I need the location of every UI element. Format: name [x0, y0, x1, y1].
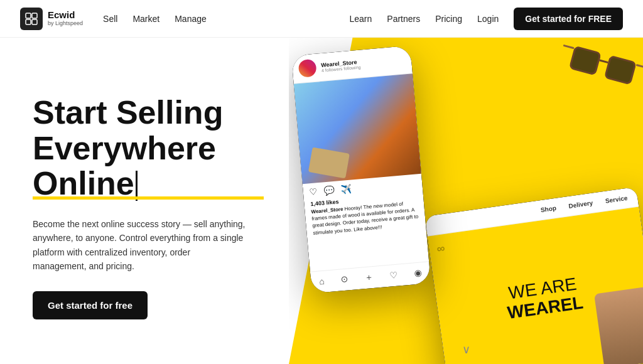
hero-title-line2: Everywhere Online: [33, 131, 264, 201]
svg-rect-2: [26, 19, 31, 24]
logo-text: Ecwid by Lightspeed: [48, 10, 83, 26]
like-icon[interactable]: ♡: [309, 186, 318, 197]
nav-manage[interactable]: Manage: [175, 14, 207, 24]
logo[interactable]: Ecwid by Lightspeed: [20, 8, 83, 30]
phone-screen: Wearel_Store 4 followers following ♡ 💬 ✈…: [291, 45, 431, 293]
add-icon[interactable]: ＋: [364, 272, 374, 284]
tablet-brand-title: WE ARE WEAREL: [504, 274, 585, 323]
logo-brand: Ecwid: [48, 10, 83, 21]
tablet-mockup: Shop Delivery Service ∞ WE ARE WEAREL: [424, 187, 643, 364]
nav-market[interactable]: Market: [132, 14, 159, 24]
phone-mockup: Wearel_Store 4 followers following ♡ 💬 ✈…: [291, 45, 431, 293]
hero-left: Start Selling Everywhere Online Become t…: [0, 38, 289, 364]
header: Ecwid by Lightspeed Sell Market Manage L…: [0, 0, 643, 38]
sunglass-lens-right: [604, 55, 637, 85]
hero-title: Start Selling Everywhere Online: [33, 95, 264, 201]
comment-icon[interactable]: 💬: [323, 185, 335, 196]
nav-learn[interactable]: Learn: [350, 14, 372, 24]
sunglass-lens-left: [569, 46, 602, 76]
left-nav: Sell Market Manage: [103, 14, 207, 24]
nav-login[interactable]: Login: [477, 14, 499, 24]
tablet-nav-shop[interactable]: Shop: [540, 205, 556, 213]
instagram-info: Wearel_Store 4 followers following: [321, 58, 361, 72]
tablet-nav-service[interactable]: Service: [605, 195, 628, 205]
tablet-screen: Shop Delivery Service ∞ WE ARE WEAREL: [424, 187, 643, 364]
hero-title-line1: Start Selling: [33, 94, 223, 131]
sunglass-bridge: [599, 60, 608, 64]
profile-icon[interactable]: ◉: [414, 267, 423, 279]
header-left: Ecwid by Lightspeed Sell Market Manage: [20, 8, 207, 30]
tablet-nav-delivery[interactable]: Delivery: [568, 200, 593, 210]
home-icon[interactable]: ⌂: [319, 276, 325, 288]
svg-rect-3: [32, 19, 37, 24]
caption-text: Hooray! The new model of frames made of …: [311, 201, 418, 235]
logo-icon: [20, 8, 43, 30]
search-nav-icon[interactable]: ⊙: [340, 274, 349, 286]
right-nav: Learn Partners Pricing Login: [350, 14, 499, 24]
hero-cta-button[interactable]: Get started for free: [33, 291, 148, 319]
hero-description: Become the next online success story — s…: [33, 217, 246, 274]
tablet-logo-icon: ∞: [436, 242, 446, 256]
svg-rect-0: [26, 13, 31, 18]
logo-sub: by Lightspeed: [48, 21, 83, 27]
svg-rect-1: [32, 13, 37, 18]
scroll-indicator[interactable]: ∨: [462, 343, 470, 356]
nav-partners[interactable]: Partners: [387, 14, 420, 24]
text-cursor: [136, 171, 138, 201]
header-cta-button[interactable]: Get started for FREE: [514, 8, 623, 30]
nav-sell[interactable]: Sell: [103, 14, 117, 24]
tablet-person-image: [594, 286, 643, 364]
hero-section: Start Selling Everywhere Online Become t…: [0, 38, 643, 364]
nav-pricing[interactable]: Pricing: [435, 14, 462, 24]
instagram-post-image: [294, 73, 421, 184]
heart-nav-icon[interactable]: ♡: [389, 270, 399, 282]
share-icon[interactable]: ✈️: [340, 183, 352, 194]
hero-right: Wearel_Store 4 followers following ♡ 💬 ✈…: [289, 38, 643, 364]
header-right: Learn Partners Pricing Login Get started…: [350, 8, 624, 30]
instagram-avatar: [298, 59, 316, 78]
